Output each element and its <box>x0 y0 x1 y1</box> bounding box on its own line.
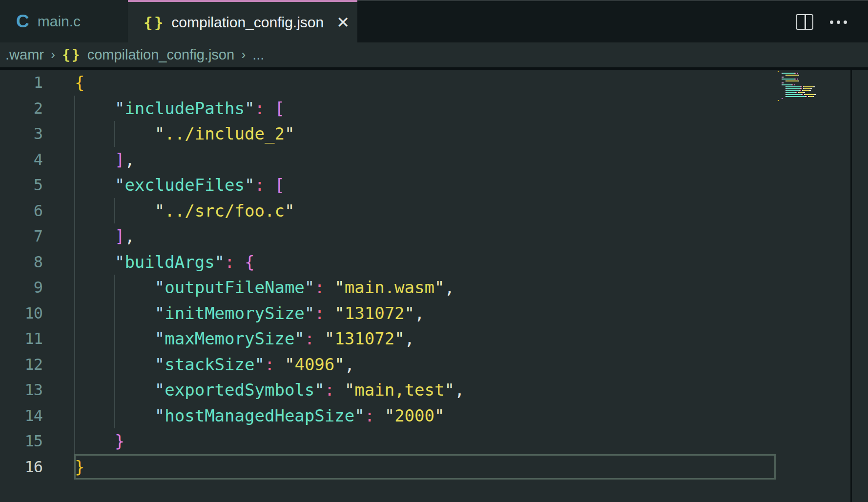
line-number: 9 <box>0 278 42 297</box>
indent-guide <box>114 377 115 403</box>
code-text: } <box>75 457 84 477</box>
minimap-border <box>850 70 852 502</box>
code-line-14[interactable]: 14 "hostManagedHeapSize": "2000" <box>0 403 868 429</box>
line-number: 11 <box>0 329 42 348</box>
indent-guide <box>74 249 75 275</box>
indent-guide <box>114 121 115 147</box>
indent-guide <box>114 301 115 326</box>
code-line-7[interactable]: 7 ], <box>0 223 868 249</box>
line-number: 12 <box>0 355 42 374</box>
code-line-10[interactable]: 10 "initMemorySize": "131072", <box>0 301 868 326</box>
indent-guide <box>114 403 115 429</box>
tab-label: compilation_config.json <box>171 14 324 31</box>
code-text: "hostManagedHeapSize": "2000" <box>75 406 445 425</box>
indent-guide <box>74 147 75 173</box>
line-number: 2 <box>0 99 42 118</box>
indent-guide <box>74 301 75 326</box>
indent-guide <box>74 377 75 403</box>
code-text: "excludeFiles": [ <box>75 175 285 195</box>
code-line-4[interactable]: 4 ], <box>0 147 868 173</box>
current-line-highlight <box>74 454 776 480</box>
breadcrumb: .wamr › {} compilation_config.json › ... <box>0 42 868 70</box>
line-number: 10 <box>0 304 42 322</box>
breadcrumb-item-file[interactable]: {} compilation_config.json <box>62 47 234 63</box>
indent-guide <box>74 223 75 249</box>
close-tab-icon[interactable]: ✕ <box>336 13 350 32</box>
code-line-12[interactable]: 12 "stackSize": "4096", <box>0 352 868 378</box>
code-line-1[interactable]: 1{ <box>0 70 868 96</box>
minimap-line <box>778 96 851 97</box>
code-text: "../include_2" <box>75 124 294 143</box>
tab-label: main.c <box>38 13 81 30</box>
code-text: "outputFileName": "main.wasm", <box>75 278 455 297</box>
minimap-line <box>778 88 851 89</box>
code-line-16[interactable]: 16} <box>0 454 868 480</box>
code-line-8[interactable]: 8 "buildArgs": { <box>0 249 868 275</box>
code-text: "initMemorySize": "131072", <box>75 303 425 323</box>
line-number: 7 <box>0 227 42 245</box>
json-braces-icon: {} <box>62 47 82 63</box>
minimap-line <box>778 79 851 80</box>
code-text: "../src/foo.c" <box>75 201 294 221</box>
code-text: "buildArgs": { <box>75 252 255 272</box>
indent-guide <box>74 428 75 454</box>
line-number: 5 <box>0 176 42 194</box>
tab-bar-actions <box>357 0 868 42</box>
code-text: } <box>75 431 124 451</box>
indent-guide <box>114 275 115 301</box>
minimap-line <box>778 98 851 99</box>
breadcrumb-item-wamr[interactable]: .wamr <box>5 47 44 63</box>
minimap-line <box>778 73 851 74</box>
tab-compilation-config-json[interactable]: {} compilation_config.json ✕ <box>128 0 357 42</box>
minimap[interactable] <box>778 71 851 102</box>
line-number: 3 <box>0 124 42 143</box>
indent-guide <box>114 326 115 352</box>
minimap-line <box>778 92 851 93</box>
line-number: 15 <box>0 432 42 450</box>
c-file-icon: C <box>16 11 29 32</box>
code-text: { <box>75 73 84 92</box>
code-text: ], <box>75 226 135 246</box>
line-number: 1 <box>0 73 42 92</box>
json-braces-icon: {} <box>144 14 165 31</box>
indent-guide <box>74 198 75 224</box>
code-line-5[interactable]: 5 "excludeFiles": [ <box>0 172 868 198</box>
line-number: 4 <box>0 150 42 169</box>
code-line-2[interactable]: 2 "includePaths": [ <box>0 96 868 121</box>
minimap-line <box>778 94 851 95</box>
chevron-right-icon: › <box>51 47 55 62</box>
code-line-13[interactable]: 13 "exportedSymbols": "main,test", <box>0 377 868 403</box>
split-editor-icon[interactable] <box>796 14 813 30</box>
line-number: 6 <box>0 201 42 220</box>
indent-guide <box>114 198 115 224</box>
indent-guide <box>74 326 75 352</box>
code-line-6[interactable]: 6 "../src/foo.c" <box>0 198 868 224</box>
chevron-right-icon: › <box>241 47 246 62</box>
code-line-15[interactable]: 15 } <box>0 428 868 454</box>
tab-main-c[interactable]: C main.c <box>0 0 128 42</box>
tab-bar: C main.c {} compilation_config.json ✕ <box>0 0 868 42</box>
minimap-line <box>778 100 851 101</box>
indent-guide <box>74 403 75 429</box>
minimap-line <box>778 84 851 85</box>
minimap-line <box>778 75 851 76</box>
line-number: 16 <box>0 458 42 476</box>
code-text: ], <box>75 150 135 169</box>
line-number: 13 <box>0 381 42 399</box>
minimap-line <box>778 77 851 78</box>
code-text: "exportedSymbols": "main,test", <box>75 380 464 400</box>
code-text: "stackSize": "4096", <box>75 355 354 374</box>
indent-guide <box>74 352 75 378</box>
minimap-line <box>778 80 851 81</box>
minimap-line <box>778 82 851 83</box>
minimap-line <box>778 90 851 91</box>
code-text: "maxMemorySize": "131072", <box>75 329 414 348</box>
more-actions-icon[interactable] <box>830 20 848 24</box>
breadcrumb-item-symbol[interactable]: ... <box>252 47 264 63</box>
indent-guide <box>74 96 75 121</box>
code-line-11[interactable]: 11 "maxMemorySize": "131072", <box>0 326 868 352</box>
code-editor[interactable]: 1{2 "includePaths": [3 "../include_2"4 ]… <box>0 70 868 502</box>
indent-guide <box>114 352 115 378</box>
code-line-3[interactable]: 3 "../include_2" <box>0 121 868 147</box>
code-line-9[interactable]: 9 "outputFileName": "main.wasm", <box>0 275 868 301</box>
